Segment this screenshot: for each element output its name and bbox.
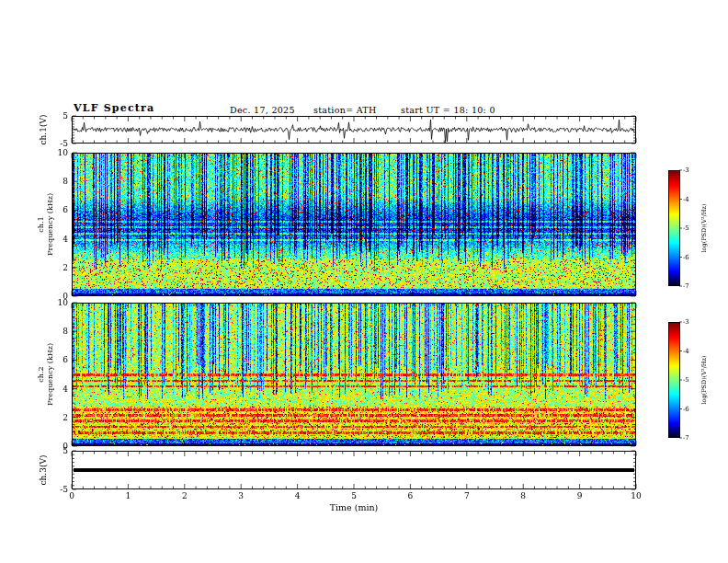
ch2-spectrogram-canvas <box>73 304 635 445</box>
x-tick-label: 1 <box>119 491 137 500</box>
colorbar-ch2-canvas <box>669 323 679 437</box>
y-tick-label: 2 <box>40 413 68 422</box>
y-tick-label: 5 <box>40 446 68 455</box>
figure-title: VLF Spectra <box>74 102 154 114</box>
ch3-voltage-axis-label: ch.3(V) <box>39 455 48 486</box>
y-tick-label: 0 <box>40 442 68 451</box>
y-tick-label: 2 <box>40 263 68 272</box>
date-label: Dec. 17, 2025 <box>230 105 295 115</box>
colorbar-ch2-label: log(PSD)(V²/Hz) <box>700 356 708 405</box>
x-tick-label: 6 <box>401 491 419 500</box>
colorbar-tick-label: -7 <box>683 282 689 290</box>
ch1-label-line1: ch.1 <box>37 193 46 256</box>
colorbar-tick-label: -3 <box>683 318 689 326</box>
colorbar-tick-label: -5 <box>683 376 689 384</box>
ch2-frequency-axis-label: ch.2 Frequency (kHz) <box>37 343 55 406</box>
ch1-label-line2: Frequency (kHz) <box>46 193 55 256</box>
x-tick-label: 9 <box>571 491 589 500</box>
colorbar-tick-label: -7 <box>683 434 689 442</box>
x-tick-label: 0 <box>63 491 81 500</box>
x-tick-label: 3 <box>232 491 250 500</box>
colorbar-tick-label: -6 <box>683 406 689 413</box>
ch1-waveform-canvas <box>73 117 635 143</box>
y-tick-label: 10 <box>40 298 68 307</box>
colorbar-ch1-label: log(PSD)(V²/Hz) <box>700 204 708 253</box>
colorbar-tick-label: -6 <box>683 254 689 261</box>
x-tick-label: 7 <box>458 491 476 500</box>
ch1-spectrogram-canvas <box>73 154 635 295</box>
ch1-voltage-axis-label: ch.1(V) <box>39 115 48 145</box>
colorbar-tick-label: -4 <box>683 348 689 355</box>
colorbar-ch1-canvas <box>669 171 679 285</box>
x-tick-label: 5 <box>345 491 363 500</box>
x-tick-label: 2 <box>176 491 194 500</box>
colorbar-tick-label: -3 <box>683 167 689 174</box>
colorbar-tick-label: -5 <box>683 224 689 232</box>
x-tick-label: 10 <box>627 491 645 500</box>
ch3-zero-line <box>74 468 634 472</box>
colorbar-tick-label: -4 <box>683 196 689 203</box>
x-tick-label: 4 <box>289 491 307 500</box>
y-tick-label: 0 <box>40 292 68 301</box>
y-tick-label: 8 <box>40 327 68 336</box>
ch2-label-line1: ch.2 <box>37 343 46 406</box>
vlf-spectra-figure: VLF Spectra Dec. 17, 2025 station= ATH s… <box>0 0 728 563</box>
y-tick-label: -5 <box>40 485 68 494</box>
ch1-frequency-axis-label: ch.1 Frequency (kHz) <box>37 193 55 256</box>
station-label: station= ATH <box>313 105 377 115</box>
ch2-label-line2: Frequency (kHz) <box>46 343 55 406</box>
start-ut-label: start UT = 18: 10: 0 <box>401 105 495 115</box>
x-tick-label: 8 <box>514 491 532 500</box>
y-tick-label: 8 <box>40 177 68 186</box>
y-tick-label: 10 <box>40 148 68 157</box>
time-axis-label: Time (min) <box>317 502 391 512</box>
